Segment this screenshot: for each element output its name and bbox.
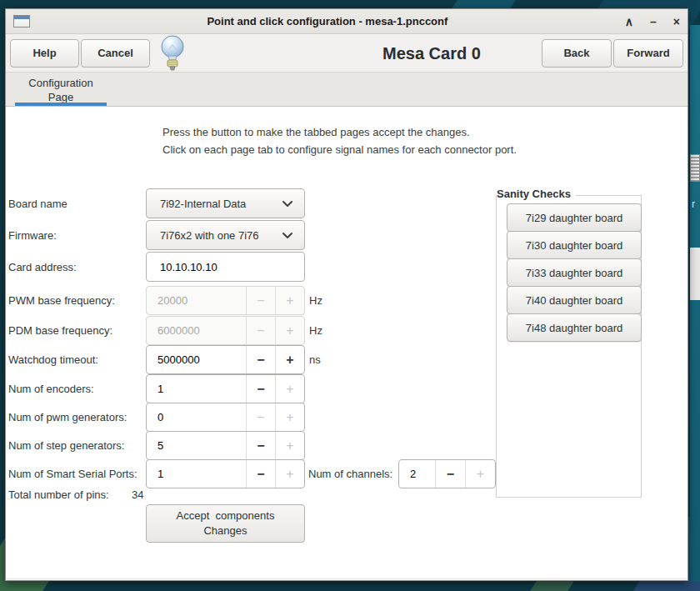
close-window-icon[interactable]: ×	[673, 16, 680, 28]
num-pwm-generators-spinbox[interactable]: 0 − +	[146, 403, 305, 432]
forward-button[interactable]: Forward	[613, 39, 683, 68]
decrement-icon: −	[246, 317, 275, 344]
back-button[interactable]: Back	[542, 39, 612, 68]
num-step-generators-spinbox[interactable]: 5 − +	[146, 431, 305, 460]
increment-icon: +	[275, 403, 304, 431]
tab-configuration-page[interactable]: Configuration Page	[15, 73, 107, 107]
pdm-unit-label: Hz	[309, 316, 322, 345]
pwm-unit-label: Hz	[309, 286, 322, 315]
num-channels-label: Num of channels:	[308, 459, 392, 488]
pwm-base-frequency-spinbox: 20000 − +	[146, 286, 305, 315]
watchdog-unit-label: ns	[309, 345, 321, 374]
accept-components-changes-button[interactable]: Accept components Changes	[146, 504, 305, 543]
daughter-board-7i33-button[interactable]: 7i33 daughter board	[507, 258, 642, 287]
pdm-base-frequency-spinbox: 6000000 − +	[146, 316, 305, 345]
chevron-down-icon	[282, 229, 293, 242]
pwm-base-frequency-label: PWM base frequency:	[8, 286, 115, 315]
decrement-icon: −	[246, 287, 275, 314]
daughter-board-7i29-button[interactable]: 7i29 daughter board	[507, 203, 642, 232]
total-pins-label: Total number of pins:	[8, 488, 109, 501]
decrement-icon: −	[246, 403, 275, 431]
increment-icon: +	[275, 287, 304, 314]
minimize-window-icon[interactable]: –	[650, 16, 657, 28]
num-encoders-label: Num of encoders:	[8, 374, 94, 403]
firmware-label: Firmware:	[8, 220, 57, 250]
daughter-board-7i48-button[interactable]: 7i48 daughter board	[507, 313, 642, 342]
card-address-label: Card address:	[8, 252, 77, 282]
watchdog-timeout-label: Watchdog timeout:	[8, 345, 98, 374]
instruction-line-1: Press the button to make the tabbed page…	[162, 123, 517, 141]
instructions: Press the button to make the tabbed page…	[162, 123, 517, 158]
increment-icon: +	[275, 460, 304, 488]
increment-icon: +	[275, 375, 304, 403]
daughter-board-7i30-button[interactable]: 7i30 daughter board	[507, 231, 642, 259]
active-tab-indicator	[15, 103, 107, 106]
num-encoders-spinbox[interactable]: 1 − +	[146, 374, 305, 403]
background-window-text: r	[692, 198, 695, 210]
daughter-board-7i40-button[interactable]: 7i40 daughter board	[507, 286, 642, 314]
background-window-sliver[interactable]: r	[690, 25, 700, 581]
total-pins-value: 34	[132, 488, 143, 501]
num-channels-spinbox[interactable]: 2 − +	[398, 459, 496, 488]
board-name-label: Board name	[8, 188, 68, 218]
decrement-icon[interactable]: −	[246, 432, 275, 459]
pdm-base-frequency-label: PDM base frequency:	[8, 316, 112, 345]
shade-window-icon[interactable]: ∧	[625, 16, 633, 28]
window-title: Point and click configuration - mesa-1.p…	[30, 15, 625, 28]
background-window-panel	[690, 248, 700, 300]
titlebar[interactable]: Point and click configuration - mesa-1.p…	[6, 9, 688, 34]
decrement-icon[interactable]: −	[246, 375, 275, 403]
tab-strip: Configuration Page	[6, 73, 688, 107]
page-title: Mesa Card 0	[382, 43, 481, 63]
cancel-button[interactable]: Cancel	[81, 39, 150, 68]
board-name-select[interactable]: 7i92-Internal Data	[146, 188, 305, 218]
decrement-icon[interactable]: −	[246, 346, 275, 373]
num-smart-serial-ports-label: Num of Smart Serial Ports:	[8, 459, 138, 488]
toolbar: Help Cancel Mesa Card 0	[6, 34, 688, 73]
help-button[interactable]: Help	[10, 39, 79, 68]
increment-icon: +	[275, 317, 304, 344]
num-smart-serial-ports-spinbox[interactable]: 1 − +	[146, 459, 305, 488]
chevron-down-icon	[282, 198, 293, 210]
instruction-line-2: Click on each page tab to configure sign…	[162, 141, 517, 158]
window-menu-icon[interactable]	[13, 15, 30, 28]
configuration-page: Press the button to make the tabbed page…	[6, 107, 688, 578]
decrement-icon[interactable]: −	[435, 460, 465, 488]
increment-icon[interactable]: +	[275, 346, 304, 373]
num-pwm-generators-label: Num of pwm generators:	[8, 403, 127, 432]
watchdog-timeout-spinbox[interactable]: 5000000 − +	[146, 345, 305, 374]
firmware-select[interactable]: 7i76x2 with one 7i76	[146, 220, 305, 250]
decrement-icon[interactable]: −	[246, 460, 275, 488]
lightbulb-icon	[158, 34, 188, 76]
background-window-grip[interactable]	[690, 154, 700, 182]
num-step-generators-label: Num of step generators:	[8, 431, 124, 460]
sanity-checks-frame: Sanity Checks 7i29 daughter board 7i30 d…	[496, 195, 642, 498]
sanity-checks-title: Sanity Checks	[497, 188, 576, 200]
card-address-input[interactable]: 10.10.10.10	[146, 252, 305, 282]
increment-icon: +	[275, 432, 304, 459]
increment-icon: +	[465, 460, 495, 488]
pncconf-window: Point and click configuration - mesa-1.p…	[5, 8, 688, 581]
